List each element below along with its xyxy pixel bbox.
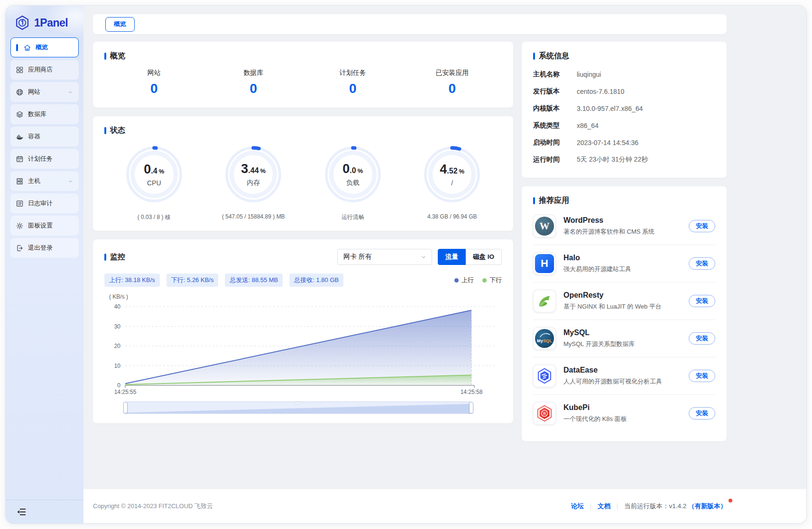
install-mysql-button[interactable]: 安装 xyxy=(689,332,715,345)
layers-icon xyxy=(16,110,24,119)
info-value: 5天 23小时 31分钟 22秒 xyxy=(577,155,715,164)
forum-link[interactable]: 论坛 xyxy=(571,502,584,511)
sidebar-item-label: 面板设置 xyxy=(28,221,53,230)
sidebar-item-label: 应用商店 xyxy=(28,65,53,74)
sidebar-item-label: 容器 xyxy=(28,132,40,141)
system-info-rows: 主机名称 liuqingui发行版本 centos-7.6.1810内核版本 3… xyxy=(533,66,715,168)
sidebar-item-label: 日志审计 xyxy=(28,199,53,208)
sidebar-item-label: 数据库 xyxy=(28,110,46,119)
monitor-mode-toggle: 流量磁盘 IO xyxy=(438,249,502,265)
install-kubepi-button[interactable]: 安装 xyxy=(689,407,715,420)
gauge-value: 4.52% xyxy=(440,162,464,177)
stat-label: 数据库 xyxy=(204,69,304,77)
svg-text:10: 10 xyxy=(114,363,121,369)
sidebar-item-logs[interactable]: 日志审计 xyxy=(10,193,79,213)
svg-text:14:25:58: 14:25:58 xyxy=(461,389,483,395)
datazoom-grip[interactable] xyxy=(295,402,302,404)
stat-value: 0 xyxy=(204,81,304,96)
legend-dot xyxy=(482,278,487,283)
sidebar-item-host[interactable]: 主机 xyxy=(10,171,79,191)
left-column: 概览 网站 0数据库 0计划任务 0已安装应用 0 状态 xyxy=(93,42,513,423)
info-label: 运行时间 xyxy=(533,155,577,164)
toggle-disk-io-button[interactable]: 磁盘 IO xyxy=(466,249,502,265)
gauge-detail: 运行流畅 xyxy=(341,213,364,221)
docs-link[interactable]: 文档 xyxy=(598,502,610,511)
info-value: 3.10.0-957.el7.x86_64 xyxy=(577,105,715,112)
sidebar: 1Panel 概览应用商店网站数据库容器计划任务主机日志审计面板设置退出登录 xyxy=(6,6,83,523)
datazoom-left-handle[interactable] xyxy=(123,402,128,413)
sidebar-item-website[interactable]: 网站 xyxy=(10,82,79,102)
stat-label: 已安装应用 xyxy=(403,69,502,77)
sidebar-item-settings[interactable]: 面板设置 xyxy=(10,216,79,236)
sidebar-menu: 概览应用商店网站数据库容器计划任务主机日志审计面板设置退出登录 xyxy=(10,37,79,258)
traffic-area-chart: 010203040 14:25:55 14:25:58 xyxy=(104,301,502,398)
stat-websites: 网站 0 xyxy=(104,69,204,96)
monitor-card-title: 监控 xyxy=(104,252,125,262)
sidebar-item-label: 概览 xyxy=(36,43,48,52)
sidebar-item-database[interactable]: 数据库 xyxy=(10,104,79,124)
docker-icon xyxy=(16,133,24,141)
info-value: liuqingui xyxy=(577,71,715,78)
chip-down-speed: 下行: 5.26 KB/s xyxy=(166,274,219,287)
app-name: DataEase xyxy=(563,366,662,374)
legend-item[interactable]: 上行 xyxy=(454,276,474,284)
sidebar-item-logout[interactable]: 退出登录 xyxy=(10,238,79,258)
install-openresty-button[interactable]: 安装 xyxy=(689,295,715,307)
title-accent-bar xyxy=(104,254,106,261)
app-name: OpenResty xyxy=(563,291,662,300)
sidebar-item-label: 计划任务 xyxy=(28,155,53,163)
info-row: 发行版本 centos-7.6.1810 xyxy=(533,83,715,100)
tab-overview[interactable]: 概览 xyxy=(105,17,135,32)
stat-label: 计划任务 xyxy=(303,69,403,77)
app-row-wordpress: W WordPress 著名的开源博客软件和 CMS 系统 安装 xyxy=(533,208,715,245)
datazoom-right-handle[interactable] xyxy=(469,402,473,413)
new-version-link[interactable]: （有新版本） xyxy=(688,502,727,510)
toggle-traffic-button[interactable]: 流量 xyxy=(438,249,466,265)
gauge-memory: 3.44% 内存 ( 547.05 / 15884.89 ) MB xyxy=(204,145,304,221)
halo-icon: H xyxy=(533,252,556,275)
sidebar-item-cronjob[interactable]: 计划任务 xyxy=(10,149,79,169)
svg-text:0: 0 xyxy=(117,382,120,389)
app-description: 一个现代化的 K8s 面板 xyxy=(563,415,627,423)
audit-icon xyxy=(16,200,24,208)
chart-datazoom-slider[interactable] xyxy=(125,401,471,414)
install-dataease-button[interactable]: 安装 xyxy=(689,370,715,382)
sidebar-item-app-store[interactable]: 应用商店 xyxy=(10,60,79,80)
app-description: 人人可用的开源数据可视化分析工具 xyxy=(563,377,662,386)
nic-select[interactable]: 网卡 所有 xyxy=(337,249,432,265)
system-info-title: 系统信息 xyxy=(533,51,715,61)
chip-up-speed: 上行: 38.18 KB/s xyxy=(104,274,160,287)
workspace: 概览 概览 网站 0数据库 0计划任务 0已安装应用 0 xyxy=(83,6,806,489)
calendar-icon xyxy=(16,155,24,163)
monitor-controls: 网卡 所有 流量磁盘 IO xyxy=(337,249,502,265)
gauge-label: / xyxy=(451,179,453,187)
install-wordpress-button[interactable]: 安装 xyxy=(689,220,715,232)
info-row: 启动时间 2023-07-14 14:54:36 xyxy=(533,134,715,151)
legend-item[interactable]: 下行 xyxy=(482,276,502,284)
stat-label: 网站 xyxy=(104,69,204,77)
gear-icon xyxy=(16,222,24,230)
sidebar-item-label: 退出登录 xyxy=(28,244,53,252)
collapse-menu-button[interactable] xyxy=(16,507,27,517)
chevron-down-icon xyxy=(420,254,427,260)
right-column: 系统信息 主机名称 liuqingui发行版本 centos-7.6.1810内… xyxy=(522,42,727,441)
svg-text:20: 20 xyxy=(114,343,121,349)
app-description: 基于 NGINX 和 LuaJIT 的 Web 平台 xyxy=(563,302,662,311)
divider xyxy=(591,503,591,510)
install-halo-button[interactable]: 安装 xyxy=(689,257,715,270)
home-icon xyxy=(23,44,31,52)
current-version-text: 当前运行版本：v1.4.2 xyxy=(624,502,686,510)
info-row: 系统类型 x86_64 xyxy=(533,117,715,134)
gauge-load: 0.0% 负载 运行流畅 xyxy=(303,145,403,221)
sidebar-item-overview[interactable]: 概览 xyxy=(10,37,79,57)
app-window: 1Panel 概览应用商店网站数据库容器计划任务主机日志审计面板设置退出登录 概… xyxy=(6,6,806,523)
recommended-apps-card: 推荐应用 W WordPress 著名的开源博客软件和 CMS 系统 安装H H… xyxy=(522,186,727,441)
gauge-value: 0.4% xyxy=(144,162,164,177)
info-value: 2023-07-14 14:54:36 xyxy=(577,139,715,146)
legend-dot xyxy=(454,278,459,283)
recommended-apps-list: W WordPress 著名的开源博客软件和 CMS 系统 安装H Halo 强… xyxy=(533,208,715,432)
sidebar-item-container[interactable]: 容器 xyxy=(10,127,79,146)
chart-y-axis-unit: ( KB/s ) xyxy=(109,293,502,300)
app-row-openresty: OpenResty 基于 NGINX 和 LuaJIT 的 Web 平台 安装 xyxy=(533,283,715,320)
stat-databases: 数据库 0 xyxy=(204,69,304,96)
